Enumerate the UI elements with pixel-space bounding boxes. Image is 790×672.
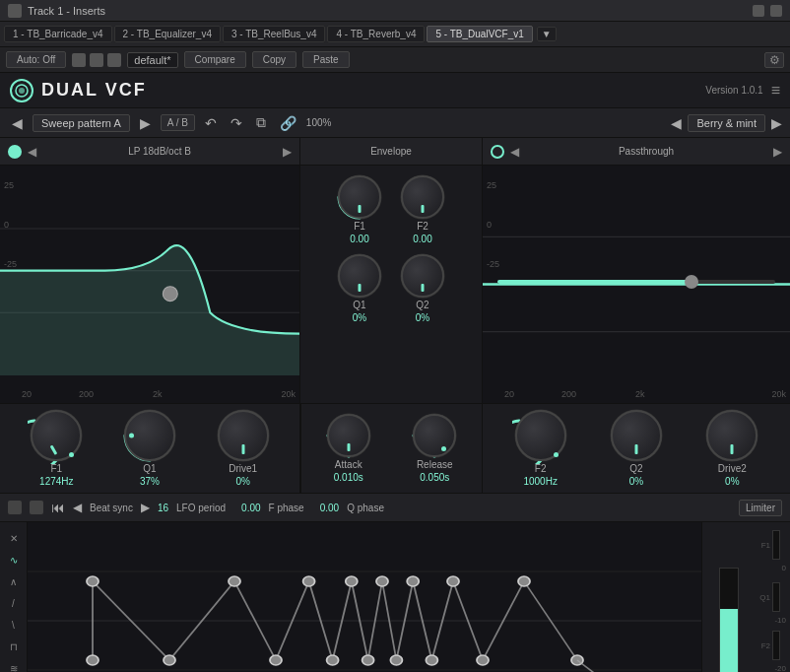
filter2-knobs: F2 1000Hz Q2 0%: [483, 404, 790, 493]
lfo-skip-button[interactable]: ⏮: [51, 500, 65, 515]
svg-point-52: [407, 576, 419, 586]
plugin-tab-5[interactable]: 5 - TB_DualVCF_v1: [427, 26, 532, 42]
passthrough-power-button[interactable]: [491, 145, 504, 159]
filter1-next-arrow[interactable]: ▶: [283, 145, 292, 159]
meter-q1: Q1: [758, 582, 786, 612]
f2-label: F2: [535, 463, 547, 474]
filter1-prev-arrow[interactable]: ◀: [28, 145, 36, 159]
auto-button[interactable]: Auto: Off: [6, 51, 66, 68]
drive1-knob[interactable]: [218, 410, 269, 461]
f1-knob[interactable]: [31, 410, 82, 461]
preset-icon-3[interactable]: [107, 53, 121, 67]
menu-icon[interactable]: ≡: [771, 82, 780, 100]
passthrough-slider-track[interactable]: [497, 280, 775, 284]
env-f2-knob-container: F2 0.00: [401, 175, 444, 244]
release-knob[interactable]: [413, 414, 456, 457]
q1-knob[interactable]: [124, 410, 175, 461]
svg-point-50: [376, 576, 388, 586]
env-q1-knob[interactable]: [338, 254, 381, 298]
passthrough-prev-arrow[interactable]: ◀: [510, 145, 519, 159]
attack-knob[interactable]: [327, 414, 370, 457]
ab-button[interactable]: A / B: [161, 114, 195, 131]
env-q1-knob-container: Q1 0%: [338, 254, 381, 323]
passthrough-graph[interactable]: 25 0 -25 20 200 2k 20k: [483, 166, 790, 403]
envelope-title: Envelope: [308, 146, 474, 157]
lfo-icon-link[interactable]: [30, 501, 43, 514]
env-q2-value: 0%: [416, 312, 429, 323]
preset-name[interactable]: default*: [127, 52, 177, 68]
q2-label: Q2: [629, 463, 642, 474]
f-phase-value: 0.00: [241, 503, 260, 513]
filter1-x-200: 200: [79, 389, 94, 399]
compare-button[interactable]: Compare: [184, 51, 246, 68]
env-f2-knob[interactable]: [401, 175, 444, 219]
q1-label: Q1: [143, 463, 156, 474]
release-label: Release: [417, 459, 453, 470]
pass-x-2k: 2k: [635, 389, 645, 399]
meter-label-n20: -20: [758, 664, 786, 672]
svg-point-42: [87, 576, 99, 586]
redo-button[interactable]: ↷: [227, 113, 246, 133]
lfo-shape-ramp-down[interactable]: \: [5, 617, 23, 633]
pattern-prev-button[interactable]: ◀: [8, 113, 27, 133]
lfo-shape-x[interactable]: ✕: [5, 530, 23, 546]
beat-sync-next-button[interactable]: ▶: [141, 501, 150, 514]
lfo-shape-custom[interactable]: ≋: [5, 660, 23, 672]
env-f2-label: F2: [417, 221, 428, 232]
lfo-icon-copy[interactable]: [8, 501, 22, 514]
preset-icon-1[interactable]: [72, 53, 86, 67]
plugin-dropdown[interactable]: ▼: [537, 27, 557, 41]
lfo-shape-ramp-up[interactable]: /: [5, 595, 23, 611]
copy-button[interactable]: Copy: [252, 51, 296, 68]
env-bottom: Attack 0.010s Release 0.050s: [300, 404, 483, 493]
pattern-next-button[interactable]: ▶: [136, 113, 155, 133]
plugin-tab-4[interactable]: 4 - TB_Reverb_v4: [327, 26, 425, 42]
paste-button[interactable]: Paste: [302, 51, 350, 68]
env-q2-knob[interactable]: [401, 254, 444, 298]
plugin-tab-3[interactable]: 3 - TB_ReelBus_v4: [223, 26, 326, 42]
pass-x-20: 20: [504, 389, 514, 399]
env-f1-knob[interactable]: [338, 175, 381, 219]
passthrough-next-arrow[interactable]: ▶: [773, 145, 782, 159]
beat-sync-prev-button[interactable]: ◀: [73, 501, 82, 514]
undo-button[interactable]: ↶: [201, 113, 221, 133]
drive2-knob[interactable]: [706, 410, 757, 461]
lfo-shape-square[interactable]: ⊓: [5, 638, 23, 654]
settings-button[interactable]: ⚙: [764, 52, 784, 68]
preset-icon-2[interactable]: [90, 53, 103, 67]
f1-label: F1: [50, 463, 62, 474]
close-button[interactable]: [770, 5, 782, 17]
lfo-canvas[interactable]: Release 0.0505: [28, 522, 701, 672]
depth-bar[interactable]: [719, 568, 739, 672]
beat-sync-label: Beat sync: [90, 503, 133, 513]
limiter-button[interactable]: Limiter: [739, 500, 782, 516]
preset-next-button[interactable]: ▶: [771, 115, 782, 131]
lfo-shape-sine[interactable]: ∿: [5, 552, 23, 568]
meter-label-n10: -10: [758, 616, 786, 625]
svg-point-54: [447, 576, 459, 586]
lfo-shape-triangle[interactable]: ∧: [5, 573, 23, 589]
copy-button[interactable]: ⧉: [252, 112, 270, 133]
drive2-knob-container: Drive2 0%: [706, 410, 757, 487]
svg-point-55: [477, 655, 489, 665]
passthrough-slider-thumb[interactable]: [685, 275, 698, 289]
level-meters: F1 0 Q1 -10 F2: [755, 522, 790, 672]
link-button[interactable]: 🔗: [276, 113, 300, 133]
meter-label-0: 0: [758, 564, 786, 572]
plugin-tab-1[interactable]: 1 - TB_Barricade_v4: [4, 26, 112, 42]
pattern-name: Sweep pattern A: [33, 114, 130, 132]
plugin-tab-2[interactable]: 2 - TB_Equalizer_v4: [114, 26, 221, 42]
q2-knob[interactable]: [611, 410, 662, 461]
pin-button[interactable]: [753, 5, 764, 17]
attack-value: 0.010s: [334, 472, 363, 483]
svg-point-46: [303, 576, 315, 586]
f2-knob[interactable]: [515, 410, 566, 461]
lfo-bar: ⏮ ◀ Beat sync ▶ 16 LFO period 0.00 F pha…: [0, 493, 790, 522]
preset-prev-button[interactable]: ◀: [671, 115, 682, 131]
envelope-header: Envelope: [300, 138, 482, 166]
filter1-graph[interactable]: 25 0 -25 20 200 2k 20k: [0, 166, 299, 403]
plugin-logo: DUAL VCF: [10, 79, 147, 102]
svg-point-45: [270, 655, 282, 665]
envelope-panel: Envelope: [300, 138, 483, 403]
filter1-power-button[interactable]: [8, 145, 22, 159]
